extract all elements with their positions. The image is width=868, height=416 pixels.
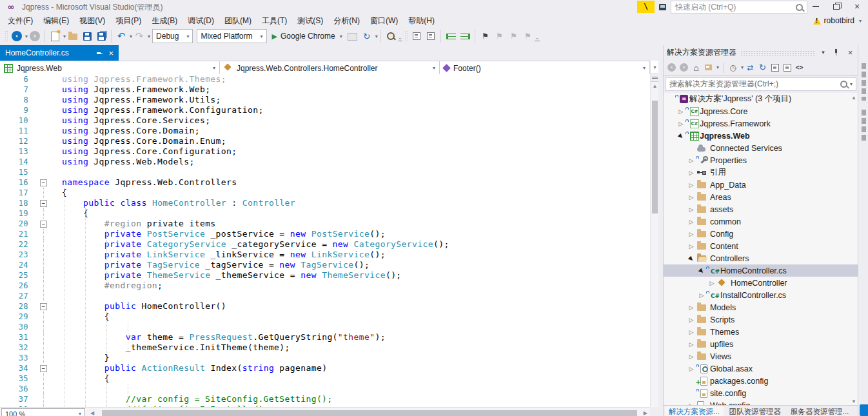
solution-search-input[interactable]: 搜索解决方案资源管理器(Ctrl+;) <box>666 77 856 91</box>
chevron-collapsed-icon[interactable]: ▷ <box>687 194 696 201</box>
menu-item[interactable]: 生成(B) <box>146 14 182 27</box>
restore-button[interactable] <box>827 0 846 13</box>
chevron-collapsed-icon[interactable]: ▷ <box>687 304 696 311</box>
new-file-button[interactable] <box>48 29 61 43</box>
panel-splitter[interactable] <box>658 45 663 416</box>
undo-button[interactable] <box>115 29 128 43</box>
redo-dropdown[interactable] <box>148 34 150 39</box>
decrease-indent-button[interactable] <box>444 29 457 43</box>
menu-item[interactable]: 测试(S) <box>292 14 328 27</box>
project-dropdown[interactable]: Jqpress.Web <box>0 61 220 75</box>
tree-scroll-down-button[interactable] <box>851 399 856 404</box>
tree-item-Connected-Services[interactable]: Connected Services <box>664 142 858 154</box>
start-debugging-button[interactable]: Google Chrome <box>269 32 346 41</box>
code-line-18[interactable]: 18 public class HomeController : Control… <box>0 198 650 208</box>
menu-item[interactable]: 调试(D) <box>182 14 219 27</box>
close-window-button[interactable]: × <box>847 0 867 13</box>
chevron-collapsed-icon[interactable]: ▷ <box>687 353 696 360</box>
code-line-37[interactable]: 37 //var config = SiteConfig.GetSetting(… <box>0 394 650 404</box>
title-notification-badge-icon[interactable]: \ <box>637 1 655 13</box>
save-all-button[interactable] <box>95 29 108 43</box>
tree-item-common[interactable]: ▷common <box>664 215 858 228</box>
chevron-expanded-icon[interactable]: ▶ <box>696 265 707 276</box>
member-dropdown[interactable]: Footer() <box>440 61 650 75</box>
code-line-16[interactable]: 16namespace Jqpress.Web.Controllers <box>0 177 650 188</box>
tree-item-Jqpress.Web[interactable]: ▶Jqpress.Web <box>664 130 858 142</box>
code-line-31[interactable]: 31 var theme = PressRequest.GetQueryStri… <box>0 332 650 342</box>
new-file-dropdown[interactable] <box>63 34 66 39</box>
chevron-collapsed-icon[interactable]: ▷ <box>687 317 696 323</box>
tree-item--[interactable]: ▷引用 <box>664 166 858 179</box>
panel-drag-area[interactable] <box>740 50 814 56</box>
code-line-30[interactable]: 30 <box>0 322 650 332</box>
quick-launch-input[interactable]: 快速启动 (Ctrl+Q) <box>671 1 807 14</box>
code-editor[interactable]: 6using Jqpress.Framework.Themes;7using J… <box>0 74 650 407</box>
chevron-collapsed-icon[interactable]: ▷ <box>687 243 696 250</box>
tree-item-InstallController.cs[interactable]: ▷InstallController.cs <box>664 289 858 301</box>
tree-item-site.config[interactable]: site.config <box>664 387 858 399</box>
chevron-expanded-icon[interactable]: ▶ <box>676 130 687 141</box>
code-line-8[interactable]: 8using Jqpress.Framework.Utils; <box>0 95 650 105</box>
chevron-collapsed-icon[interactable]: ▷ <box>687 219 696 225</box>
find-in-files-button[interactable] <box>384 29 397 43</box>
code-line-36[interactable]: 36 <box>0 384 650 394</box>
switch-views-button[interactable] <box>703 61 714 74</box>
refresh-button[interactable] <box>360 29 373 43</box>
editor-zoom-select[interactable]: 100 % <box>1 408 85 416</box>
toolbar-grip[interactable] <box>5 30 8 42</box>
switch-views-dropdown[interactable] <box>716 64 719 70</box>
toggle-bookmark-button[interactable] <box>478 29 491 43</box>
toolbar-grip[interactable] <box>404 30 408 42</box>
code-line-35[interactable]: 35 { <box>0 373 650 384</box>
tree-item-HomeController[interactable]: ▷HomeController <box>664 277 858 289</box>
chevron-collapsed-icon[interactable]: ▷ <box>687 341 696 348</box>
chevron-collapsed-icon[interactable]: ▷ <box>697 292 706 299</box>
tree-item-Scripts[interactable]: ▷Scripts <box>664 313 858 326</box>
toolbar-overflow-button[interactable] <box>398 34 403 41</box>
code-line-19[interactable]: 19 { <box>0 208 650 219</box>
code-line-12[interactable]: 12using Jqpress.Core.Domain.Enum; <box>0 136 650 146</box>
chevron-collapsed-icon[interactable]: ▷ <box>676 108 686 115</box>
tree-item-App_Data[interactable]: ▷App_Data <box>664 179 858 191</box>
chevron-collapsed-icon[interactable]: ▷ <box>687 170 696 176</box>
code-line-27[interactable]: 27 <box>0 291 650 301</box>
code-line-17[interactable]: 17{ <box>0 188 650 198</box>
undo-dropdown[interactable] <box>130 34 132 39</box>
panel-tab[interactable]: 团队资源管理器 <box>725 406 785 416</box>
code-line-13[interactable]: 13using Jqpress.Core.Configuration; <box>0 146 650 157</box>
chevron-collapsed-icon[interactable]: ▷ <box>687 231 696 237</box>
scroll-right-button[interactable] <box>644 410 647 416</box>
back-button[interactable] <box>666 61 677 74</box>
feedback-icon[interactable] <box>860 404 868 416</box>
increase-indent-button[interactable] <box>459 29 471 43</box>
code-line-26[interactable]: 26 #endregion; <box>0 281 650 291</box>
tree-item-Areas[interactable]: ▷Areas <box>664 191 858 203</box>
code-line-14[interactable]: 14using Jqpress.Web.Models; <box>0 157 650 167</box>
tree-item-Jqpress.Core[interactable]: ▷Jqpress.Core <box>664 105 858 117</box>
clear-bookmarks-button[interactable] <box>521 29 534 43</box>
code-line-9[interactable]: 9using Jqpress.Framework.Configuration; <box>0 105 650 115</box>
code-line-11[interactable]: 11using Jqpress.Core.Domain; <box>0 126 650 136</box>
type-dropdown[interactable]: Jqpress.Web.Controllers.HomeController <box>220 61 440 75</box>
scroll-left-button[interactable] <box>90 410 94 416</box>
menu-item[interactable]: 团队(M) <box>219 14 257 27</box>
code-line-23[interactable]: 23 private LinkService _linkService = ne… <box>0 250 650 260</box>
editor-vertical-scrollbar[interactable] <box>650 61 659 407</box>
chevron-collapsed-icon[interactable]: ▷ <box>687 157 696 164</box>
forward-button[interactable] <box>678 61 689 74</box>
window-position-dropdown[interactable] <box>818 48 828 57</box>
minimize-button[interactable] <box>806 0 825 13</box>
code-line-32[interactable]: 32 _themeService.InitTheme(theme); <box>0 342 650 353</box>
code-line-29[interactable]: 29 { <box>0 312 650 322</box>
back-history-dropdown[interactable] <box>25 34 28 39</box>
solution-configuration-select[interactable]: Debug <box>152 29 193 43</box>
save-button[interactable] <box>81 29 94 43</box>
tree-item-HomeController.cs[interactable]: ▶HomeController.cs <box>664 264 858 277</box>
code-line-15[interactable]: 15 <box>0 167 650 177</box>
fold-collapse-box[interactable] <box>37 363 50 373</box>
chevron-expanded-icon[interactable]: ▶ <box>686 253 697 264</box>
code-line-22[interactable]: 22 private CategoryService _categoryServ… <box>0 239 650 250</box>
solution-explorer-header[interactable]: 解决方案资源管理器 <box>664 45 858 59</box>
code-line-21[interactable]: 21 private PostService _postService = ne… <box>0 229 650 239</box>
collapsed-tool-window-tab[interactable] <box>862 63 866 101</box>
